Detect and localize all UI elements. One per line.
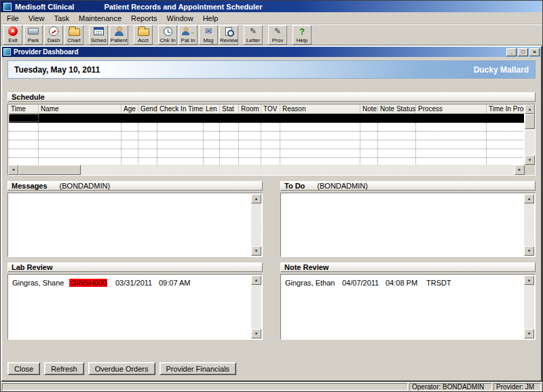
schedule-rows <box>9 123 524 165</box>
status-bar: Operator: BONDADMIN Provider: JM <box>1 382 542 391</box>
close-button[interactable]: Close <box>7 362 40 375</box>
schedule-empty-row[interactable] <box>9 140 524 149</box>
provider-dashboard-window: Provider Dashboard _ □ × Tuesday, May 10… <box>1 45 542 382</box>
scroll-up-icon[interactable]: ▲ <box>251 275 261 285</box>
menu-help[interactable]: Help <box>198 13 223 24</box>
minimize-button[interactable]: _ <box>506 48 517 56</box>
messages-header: Messages (BONDADMIN) <box>7 181 263 191</box>
lab-review-header: Lab Review <box>7 262 263 272</box>
col-reason: Reason <box>280 104 360 113</box>
app-title: Medisoft Clinical <box>15 3 74 11</box>
dashboard-footer: Close Refresh Overdue Orders Provider Fi… <box>7 362 536 376</box>
patient-button[interactable]: Patient <box>109 25 128 45</box>
note-time: 04:08 PM <box>386 279 426 287</box>
help-button[interactable]: ? Help <box>293 25 312 45</box>
selection-focus-box <box>10 115 38 121</box>
pat-in-button[interactable]: → Pat In <box>179 25 198 45</box>
note-review-scrollbar[interactable]: ▲ ▼ <box>524 275 534 338</box>
col-note: Note <box>360 104 378 113</box>
provider-dashboard-icon <box>3 48 11 56</box>
note-review-header: Note Review <box>280 262 536 272</box>
schedule-horizontal-scrollbar[interactable]: ◄ ► <box>8 165 525 175</box>
letter-pencil-icon: ✎ <box>244 26 262 37</box>
provider-financials-button[interactable]: Provider Financials <box>160 362 237 375</box>
schedule-header: Schedule <box>7 92 536 102</box>
prov-button[interactable]: ✎ Prov <box>268 25 287 45</box>
menu-maintenance[interactable]: Maintenance <box>74 13 126 24</box>
note-review-row[interactable]: Gingras, Ethan 04/07/2011 04:08 PM TRSDT <box>281 275 535 287</box>
scroll-down-icon[interactable]: ▼ <box>525 155 535 165</box>
scrollbar-thumb[interactable] <box>18 165 81 175</box>
note-review-list[interactable]: Gingras, Ethan 04/07/2011 04:08 PM TRSDT… <box>280 274 536 340</box>
menu-window[interactable]: Window <box>162 13 198 24</box>
lab-review-list[interactable]: Gingras, Shane GINSH000 03/31/2011 09:07… <box>7 274 263 340</box>
scroll-left-icon[interactable]: ◄ <box>8 165 18 175</box>
sched-button[interactable]: Sched <box>89 25 108 45</box>
close-window-button[interactable]: × <box>529 48 540 56</box>
provider-pencil-icon: ✎ <box>269 26 286 37</box>
col-stat: Stat <box>220 104 239 113</box>
note-review-section: Note Review Gingras, Ethan 04/07/2011 04… <box>280 262 536 340</box>
note-patient-name: Gingras, Ethan <box>285 279 342 287</box>
menu-task[interactable]: Task <box>49 13 74 24</box>
lab-review-row[interactable]: Gingras, Shane GINSH000 03/31/2011 09:07… <box>8 275 262 287</box>
schedule-empty-row[interactable] <box>9 123 524 132</box>
dashboard-gauge-icon <box>45 26 62 37</box>
scrollbar-corner <box>525 165 535 175</box>
maximize-button[interactable]: □ <box>518 48 528 56</box>
scroll-up-icon[interactable]: ▲ <box>525 104 535 114</box>
acct-button[interactable]: Acct <box>134 25 153 45</box>
todo-section: To Do (BONDADMIN) ▲ ▼ <box>280 181 536 257</box>
scroll-right-icon[interactable]: ► <box>514 165 525 175</box>
scrollbar-thumb[interactable] <box>525 114 535 129</box>
review-button[interactable]: Review <box>219 25 238 45</box>
msg-button[interactable]: ✉ Msg <box>199 25 218 45</box>
menu-reports[interactable]: Reports <box>126 13 162 24</box>
menu-view[interactable]: View <box>24 13 50 24</box>
schedule-selected-row[interactable] <box>9 114 524 123</box>
scroll-down-icon[interactable]: ▼ <box>251 329 261 338</box>
todo-scrollbar[interactable]: ▲ ▼ <box>524 194 534 256</box>
scroll-down-icon[interactable]: ▼ <box>524 329 534 338</box>
letter-button[interactable]: ✎ Letter <box>244 25 263 45</box>
scroll-up-icon[interactable]: ▲ <box>524 194 534 203</box>
scroll-up-icon[interactable]: ▲ <box>251 194 261 203</box>
scroll-down-icon[interactable]: ▼ <box>251 246 261 256</box>
schedule-calendar-icon <box>90 26 107 37</box>
park-button[interactable]: Park <box>24 25 43 45</box>
park-icon <box>24 26 42 37</box>
patient-person-icon <box>110 26 128 37</box>
exit-button[interactable]: × Exit <box>3 25 22 45</box>
schedule-empty-row[interactable] <box>9 132 524 140</box>
note-type: TRSDT <box>426 279 460 287</box>
lab-chart-code-highlighted: GINSH000 <box>69 279 107 287</box>
messages-list[interactable]: ▲ ▼ <box>7 193 263 257</box>
window-titlebar[interactable]: Medisoft Clinical Patient Records and Ap… <box>1 1 542 12</box>
schedule-empty-row[interactable] <box>9 158 524 165</box>
dash-button[interactable]: Dash <box>44 25 63 45</box>
col-age: Age <box>121 104 138 113</box>
col-time: Time <box>9 104 39 113</box>
check-in-button[interactable]: Chk In <box>158 25 177 45</box>
todo-owner: (BONDADMIN) <box>317 182 368 190</box>
status-filler <box>2 383 408 391</box>
provider-dashboard-titlebar[interactable]: Provider Dashboard _ □ × <box>2 47 541 57</box>
lab-review-section: Lab Review Gingras, Shane GINSH000 03/31… <box>7 262 263 340</box>
schedule-empty-row[interactable] <box>9 149 524 158</box>
messages-title: Messages <box>12 182 48 190</box>
todo-list[interactable]: ▲ ▼ <box>280 193 536 257</box>
lab-review-scrollbar[interactable]: ▲ ▼ <box>251 275 261 338</box>
scroll-down-icon[interactable]: ▼ <box>524 246 534 256</box>
note-date: 04/07/2011 <box>342 279 386 287</box>
schedule-vertical-scrollbar[interactable]: ▲ ▼ <box>525 104 535 165</box>
chart-button[interactable]: Chart <box>64 25 83 45</box>
messages-scrollbar[interactable]: ▲ ▼ <box>251 194 261 256</box>
refresh-button[interactable]: Refresh <box>44 362 84 375</box>
menu-file[interactable]: File <box>2 13 24 24</box>
scroll-up-icon[interactable]: ▲ <box>524 275 534 285</box>
messages-owner: (BONDADMIN) <box>60 182 111 190</box>
lab-date: 03/31/2011 <box>115 279 159 287</box>
col-note-status: Note Status <box>378 104 416 113</box>
overdue-orders-button[interactable]: Overdue Orders <box>88 362 155 375</box>
note-review-title: Note Review <box>284 263 329 271</box>
